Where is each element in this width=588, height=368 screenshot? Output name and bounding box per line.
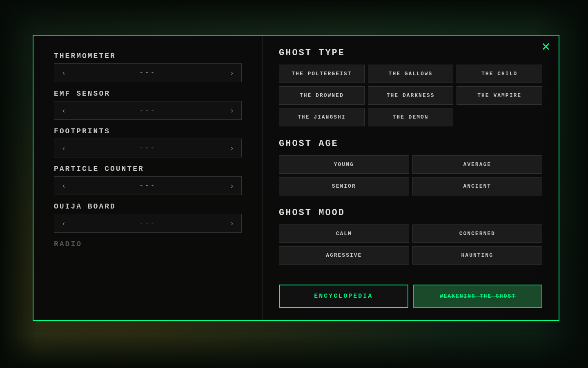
emf-next[interactable]: › [227, 107, 236, 114]
radio-section: RADIO [54, 240, 242, 251]
ghost-mood-title: GHOST MOOD [279, 208, 542, 218]
bg-vignette-bottom [0, 335, 588, 368]
ghost-mood-grid: CALM CONCERNED AGRESSIVE HAUNTING [279, 224, 542, 265]
ghost-mood-haunting[interactable]: HAUNTING [412, 246, 543, 265]
ghost-age-grid: YOUNG AVERAGE SENIOR ANCIENT [279, 155, 542, 195]
ghost-age-section: GHOST AGE YOUNG AVERAGE SENIOR ANCIENT [279, 139, 542, 208]
action-buttons: ENCYCLOPEDIA WEAKENING THE GHOST [279, 285, 542, 308]
footprints-section: FOOTPRINTS ‹ --- › [54, 127, 242, 157]
ghost-mood-concerned[interactable]: CONCERNED [412, 224, 543, 243]
footprints-next[interactable]: › [227, 144, 236, 152]
ghost-type-jiangshi[interactable]: THE JIANGSHI [279, 108, 365, 126]
left-panel: THERMOMETER ‹ --- › EMF SENSOR ‹ --- › F… [33, 36, 262, 320]
emf-label: EMF SENSOR [54, 90, 242, 98]
ghost-age-ancient[interactable]: ANCIENT [412, 177, 543, 195]
ghost-age-senior[interactable]: SENIOR [279, 177, 409, 195]
particle-counter-section: PARTICLE COUNTER ‹ --- › [54, 165, 242, 195]
ghost-type-poltergeist[interactable]: THE POLTERGEIST [279, 65, 365, 83]
particle-counter-value: --- [68, 182, 227, 189]
ghost-type-section: GHOST TYPE THE POLTERGEIST THE GALLOWS T… [279, 48, 542, 139]
thermometer-control: ‹ --- › [54, 63, 242, 82]
ghost-age-title: GHOST AGE [279, 139, 542, 149]
ghost-type-vampire[interactable]: THE VAMPIRE [457, 86, 542, 105]
emf-control: ‹ --- › [54, 101, 242, 120]
ghost-type-child[interactable]: THE CHILD [457, 65, 542, 83]
radio-label: RADIO [54, 240, 242, 248]
particle-counter-control: ‹ --- › [54, 176, 242, 195]
particle-counter-prev[interactable]: ‹ [59, 182, 68, 189]
emf-section: EMF SENSOR ‹ --- › [54, 90, 242, 120]
ghost-type-darkness[interactable]: THE DARKNESS [368, 86, 454, 105]
ghost-type-title: GHOST TYPE [279, 48, 542, 58]
particle-counter-label: PARTICLE COUNTER [54, 165, 242, 173]
ouija-board-section: OUIJA BOARD ‹ --- › [54, 202, 242, 233]
ghost-type-grid: THE POLTERGEIST THE GALLOWS THE CHILD TH… [279, 65, 542, 126]
bg-vignette-top [0, 0, 588, 37]
footprints-prev[interactable]: ‹ [59, 144, 68, 152]
ghost-type-drowned[interactable]: THE DROWNED [279, 86, 365, 105]
ghost-age-young[interactable]: YOUNG [279, 155, 409, 174]
thermometer-prev[interactable]: ‹ [59, 69, 68, 76]
weakening-button[interactable]: WEAKENING THE GHOST [413, 285, 543, 308]
right-panel: GHOST TYPE THE POLTERGEIST THE GALLOWS T… [263, 36, 559, 320]
ouija-board-label: OUIJA BOARD [54, 202, 242, 211]
main-modal: ✕ THERMOMETER ‹ --- › EMF SENSOR ‹ --- ›… [33, 35, 559, 321]
thermometer-label: THERMOMETER [54, 52, 242, 60]
bg-vignette-left [0, 0, 37, 368]
ouija-board-control: ‹ --- › [54, 214, 242, 233]
thermometer-value: --- [68, 69, 227, 76]
emf-prev[interactable]: ‹ [59, 107, 68, 114]
ghost-mood-calm[interactable]: CALM [279, 224, 409, 243]
close-button[interactable]: ✕ [541, 41, 550, 53]
ouija-board-prev[interactable]: ‹ [59, 220, 68, 227]
ghost-age-average[interactable]: AVERAGE [412, 155, 543, 174]
ghost-type-demon[interactable]: THE DEMON [368, 108, 454, 126]
footprints-control: ‹ --- › [54, 139, 242, 157]
ghost-mood-section: GHOST MOOD CALM CONCERNED AGRESSIVE HAUN… [279, 208, 542, 277]
footprints-label: FOOTPRINTS [54, 127, 242, 135]
ghost-type-gallows[interactable]: THE GALLOWS [368, 65, 454, 83]
thermometer-next[interactable]: › [227, 69, 236, 76]
ouija-board-next[interactable]: › [227, 220, 236, 227]
encyclopedia-button[interactable]: ENCYCLOPEDIA [279, 285, 408, 308]
thermometer-section: THERMOMETER ‹ --- › [54, 52, 242, 82]
emf-value: --- [68, 107, 227, 114]
footprints-value: --- [68, 144, 227, 152]
particle-counter-next[interactable]: › [227, 182, 236, 189]
ghost-mood-agressive[interactable]: AGRESSIVE [279, 246, 409, 265]
ouija-board-value: --- [68, 220, 227, 227]
